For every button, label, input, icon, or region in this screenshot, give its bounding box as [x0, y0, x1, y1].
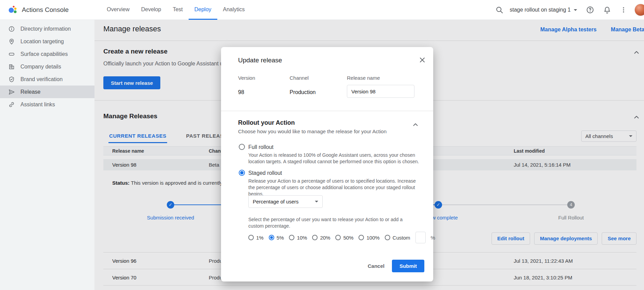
- sidebar-item-release[interactable]: Release: [0, 86, 94, 98]
- link-icon: [8, 101, 15, 108]
- percent-label: 20%: [320, 235, 330, 241]
- avatar[interactable]: [634, 4, 644, 16]
- sidebar-item-label: Company details: [20, 64, 61, 70]
- top-navigation: Overview Develop Test Deploy Analytics: [101, 0, 251, 20]
- nav-overview[interactable]: Overview: [101, 0, 135, 20]
- percent-5-radio[interactable]: [269, 235, 274, 240]
- notifications-icon[interactable]: [603, 6, 611, 14]
- location-pin-icon: [8, 38, 15, 45]
- more-options-icon[interactable]: [619, 6, 628, 14]
- sidebar-item-assistant-links[interactable]: Assistant links: [0, 98, 94, 111]
- nav-develop[interactable]: Develop: [135, 0, 167, 20]
- chevron-up-icon[interactable]: [411, 121, 420, 129]
- sidebar-item-label: Directory information: [20, 26, 71, 32]
- channel-value: Production: [290, 89, 316, 95]
- help-icon[interactable]: [586, 6, 594, 14]
- rollout-method-select[interactable]: Percentage of users: [248, 195, 323, 208]
- release-icon: [8, 89, 15, 95]
- percent-50-radio[interactable]: [335, 235, 341, 240]
- custom-percentage-input[interactable]: [415, 232, 426, 243]
- percent-label: Custom: [393, 235, 410, 241]
- staged-rollout-description: Release your Action to a percentage of u…: [248, 178, 421, 197]
- percent-option-custom[interactable]: Custom: [385, 235, 410, 241]
- staged-rollout-radio[interactable]: [239, 170, 245, 176]
- project-selector[interactable]: stage rollout on staging 1: [510, 7, 577, 13]
- sidebar-item-label: Location targeting: [20, 39, 64, 45]
- percent-label: 10%: [297, 235, 307, 241]
- shield-check-icon: [8, 76, 15, 83]
- sidebar-item-brand-verification[interactable]: Brand verification: [0, 73, 94, 86]
- version-label: Version: [238, 75, 255, 81]
- percent-option-1[interactable]: 1%: [248, 235, 264, 241]
- sidebar-item-label: Assistant links: [20, 102, 55, 108]
- percent-label: 1%: [256, 235, 264, 241]
- sidebar-item-company-details[interactable]: Company details: [0, 60, 94, 73]
- rollout-section-title: Rollout your Action: [238, 119, 295, 126]
- app-title: Actions Console: [22, 6, 69, 14]
- topbar-actions: stage rollout on staging 1: [495, 0, 644, 20]
- percent-option-20[interactable]: 20%: [312, 235, 330, 241]
- topbar: Actions Console Overview Develop Test De…: [0, 0, 644, 20]
- info-icon: [8, 26, 15, 32]
- building-icon: [8, 63, 15, 70]
- dialog-divider: [221, 111, 433, 111]
- rollout-method-value: Percentage of users: [253, 199, 298, 204]
- staged-rollout-label[interactable]: Staged rollout: [248, 170, 282, 176]
- percent-10-radio[interactable]: [289, 235, 294, 240]
- percentage-options: 1% 5% 10% 20% 50% 100% Custom %: [248, 232, 435, 243]
- full-rollout-description: Your Action is released to 100% of Googl…: [248, 152, 421, 165]
- percent-label: 100%: [366, 235, 379, 241]
- search-icon[interactable]: [495, 6, 503, 14]
- version-value: 98: [238, 89, 244, 95]
- sidebar-item-surface-capabilities[interactable]: Surface capabilities: [0, 48, 94, 60]
- dialog-footer: Cancel Submit: [368, 260, 424, 272]
- chevron-down-icon: [315, 201, 318, 202]
- nav-deploy[interactable]: Deploy: [189, 0, 217, 20]
- rollout-section-subtitle: Choose how you would like to manage the …: [238, 128, 386, 134]
- percentage-hint: Select the percentage of user you want t…: [248, 216, 419, 229]
- full-rollout-label[interactable]: Full rollout: [248, 144, 274, 150]
- percent-suffix: %: [431, 235, 435, 241]
- update-release-dialog: Update release Version Channel Release n…: [221, 47, 433, 281]
- capsule-icon: [8, 51, 15, 58]
- sidebar-item-location-targeting[interactable]: Location targeting: [0, 35, 94, 48]
- submit-button[interactable]: Submit: [392, 260, 424, 272]
- actions-console-logo-icon: [8, 5, 18, 15]
- nav-test[interactable]: Test: [167, 0, 188, 20]
- release-name-label: Release name: [347, 75, 380, 81]
- dialog-title: Update release: [238, 57, 282, 64]
- percent-1-radio[interactable]: [248, 235, 254, 240]
- sidebar-item-label: Release: [20, 89, 41, 95]
- cancel-button[interactable]: Cancel: [368, 263, 384, 269]
- chevron-down-icon: [574, 9, 577, 11]
- percent-option-50[interactable]: 50%: [335, 235, 353, 241]
- percent-option-5[interactable]: 5%: [269, 235, 284, 241]
- sidebar-item-label: Surface capabilities: [20, 51, 68, 57]
- percent-option-10[interactable]: 10%: [289, 235, 307, 241]
- release-name-input[interactable]: [347, 85, 414, 98]
- sidebar-item-directory-information[interactable]: Directory information: [0, 22, 94, 35]
- close-icon[interactable]: [418, 56, 426, 64]
- nav-analytics[interactable]: Analytics: [217, 0, 251, 20]
- project-selector-label: stage rollout on staging 1: [510, 7, 571, 13]
- percent-label: 50%: [343, 235, 353, 241]
- home-link[interactable]: Actions Console: [8, 5, 69, 15]
- sidebar: Directory information Location targeting…: [0, 20, 94, 290]
- full-rollout-radio[interactable]: [239, 144, 245, 150]
- percent-100-radio[interactable]: [358, 235, 364, 240]
- percent-20-radio[interactable]: [312, 235, 318, 240]
- percent-label: 5%: [277, 235, 284, 241]
- percent-option-100[interactable]: 100%: [358, 235, 379, 241]
- sidebar-item-label: Brand verification: [20, 76, 63, 82]
- channel-label: Channel: [290, 75, 309, 81]
- percent-custom-radio[interactable]: [385, 235, 390, 240]
